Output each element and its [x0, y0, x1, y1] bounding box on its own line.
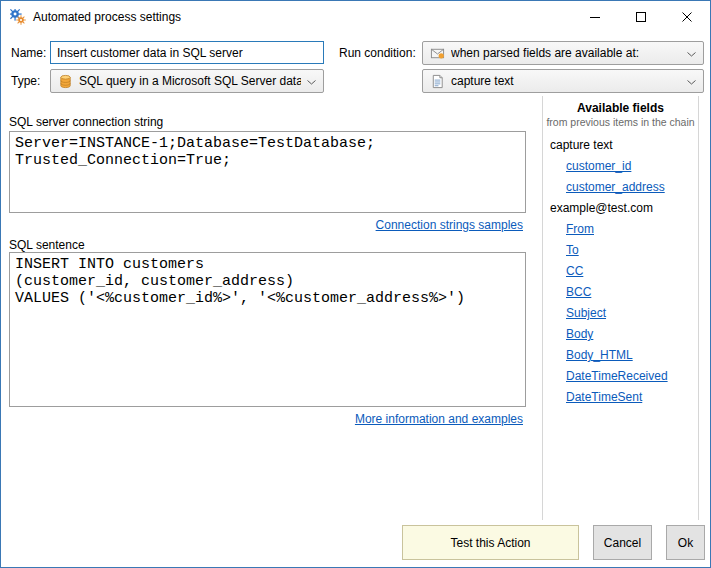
name-input[interactable] — [50, 41, 324, 64]
field-link-body[interactable]: Body — [566, 324, 593, 345]
gear-icon — [10, 9, 26, 25]
available-fields-list: capture text customer_id customer_addres… — [543, 135, 698, 408]
minimize-button[interactable] — [572, 1, 618, 32]
automated-process-settings-dialog: Automated process settings Name: Run con… — [0, 0, 711, 568]
connection-string-textarea[interactable]: Server=INSTANCE-1;Database=TestDatabase;… — [9, 131, 526, 213]
title-bar: Automated process settings — [1, 1, 710, 32]
maximize-icon — [636, 12, 646, 22]
close-icon — [682, 12, 692, 22]
available-fields-title: Available fields — [543, 101, 698, 115]
sql-sentence-textarea[interactable]: INSERT INTO customers (customer_id, cust… — [9, 252, 526, 407]
parsed-fields-icon — [430, 46, 445, 61]
run-condition-dropdown[interactable]: when parsed fields are available at: — [422, 41, 704, 65]
connection-samples-link[interactable]: Connection strings samples — [376, 218, 523, 232]
field-link-customer-id[interactable]: customer_id — [566, 156, 631, 177]
window-title: Automated process settings — [33, 10, 181, 24]
field-group-header: example@test.com — [543, 198, 698, 219]
more-information-link[interactable]: More information and examples — [355, 412, 523, 426]
type-dropdown[interactable]: SQL query in a Microsoft SQL Server data… — [50, 69, 324, 93]
field-group-header: capture text — [543, 135, 698, 156]
chevron-down-icon — [687, 46, 696, 60]
available-fields-panel: Available fields from previous items in … — [542, 96, 699, 520]
ok-button[interactable]: Ok — [666, 525, 705, 560]
type-label: Type: — [11, 74, 40, 88]
field-link-body-html[interactable]: Body_HTML — [566, 345, 633, 366]
database-icon — [58, 74, 73, 89]
name-label: Name: — [11, 46, 46, 60]
capture-source-value: capture text — [451, 74, 681, 88]
field-link-cc[interactable]: CC — [566, 261, 583, 282]
document-icon — [430, 74, 445, 89]
available-fields-subtitle: from previous items in the chain — [543, 116, 698, 128]
run-condition-value: when parsed fields are available at: — [451, 46, 681, 60]
field-link-from[interactable]: From — [566, 219, 594, 240]
field-link-bcc[interactable]: BCC — [566, 282, 591, 303]
connection-string-label: SQL server connection string — [9, 115, 163, 129]
run-condition-label: Run condition: — [339, 46, 416, 60]
field-link-subject[interactable]: Subject — [566, 303, 606, 324]
maximize-button[interactable] — [618, 1, 664, 32]
minimize-icon — [590, 12, 600, 22]
field-link-datetimesent[interactable]: DateTimeSent — [566, 387, 642, 408]
field-link-customer-address[interactable]: customer_address — [566, 177, 665, 198]
capture-source-dropdown[interactable]: capture text — [422, 69, 704, 93]
chevron-down-icon — [307, 74, 316, 88]
sql-sentence-label: SQL sentence — [9, 238, 85, 252]
cancel-button[interactable]: Cancel — [593, 525, 652, 560]
close-button[interactable] — [664, 1, 710, 32]
test-action-button[interactable]: Test this Action — [402, 525, 579, 560]
type-value: SQL query in a Microsoft SQL Server data… — [79, 74, 301, 88]
window-controls — [572, 1, 710, 32]
chevron-down-icon — [687, 74, 696, 88]
field-link-datetimereceived[interactable]: DateTimeReceived — [566, 366, 668, 387]
field-link-to[interactable]: To — [566, 240, 579, 261]
